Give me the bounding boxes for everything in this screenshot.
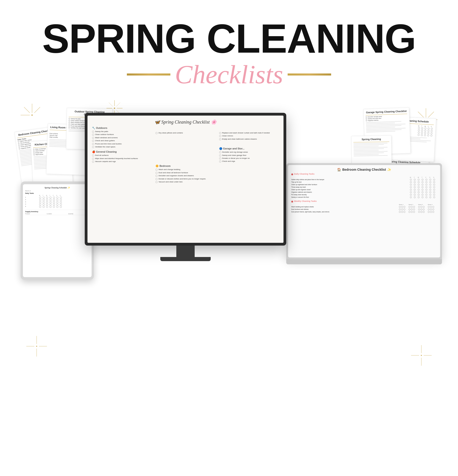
monitor-item-vacuum: Vacuum carpets and rugs: [92, 161, 152, 163]
laptop-weekly-label: Weekly Cleaning Tasks: [294, 200, 317, 202]
gold-bar-right: [288, 73, 331, 76]
laptop-item-laundry: Put away clean laundry: [291, 194, 410, 196]
svg-line-2: [24, 107, 30, 113]
title-section: SPRING CLEANING Checklists: [42, 18, 416, 88]
supply-col-product: Product: [25, 213, 46, 214]
laptop-base: [286, 259, 442, 264]
laptop-item-nightstand: Clean up nightstand and other furniture: [291, 184, 410, 185]
monitor-item-prune: Prune and trim trees and bushes: [92, 143, 152, 145]
laptop-device: 🏠 Bedroom Cleaning Checklist ✨ Daily Cle…: [286, 163, 442, 264]
svg-line-24: [109, 102, 113, 106]
laptop-item-tidy: Tidy up the bed: [291, 181, 410, 183]
tablet-daily-label: Daily Tasks: [25, 192, 89, 194]
monitor-item-wash-bedding: Wash and change bedding: [156, 169, 215, 171]
laptop-item-sweep-floor: Sweep or vacuum the floor: [291, 196, 410, 198]
laptop-item-trash: Throw away any trash: [291, 186, 410, 188]
monitor-item-empty-cabinets: Empty and clean bathroom cabine drawers: [219, 138, 279, 140]
subtitle-row: Checklists: [42, 61, 416, 88]
monitor-item-wash-windows: Wash windows and screens: [92, 137, 152, 139]
monitor-item-donate: Donate or discard clothes and items you …: [156, 178, 215, 180]
laptop-screen-title: 🏠 Bedroom Cleaning Checklist ✨: [291, 168, 437, 171]
devices-section: Bedroom Cleaning Checklist Daily Tasks G…: [11, 94, 447, 381]
svg-line-3: [34, 107, 40, 113]
monitor-item-vacuum-under: Vacuum and clean under bed.: [156, 181, 215, 183]
laptop-item-dust-shelves: Dust furniture and shelves: [291, 208, 398, 210]
tablet-title: Spring Cleaning Schedule ✨: [25, 187, 89, 189]
monitor-general-title: 🍎 General Cleaning: [92, 150, 152, 153]
tablet-device: Spring Cleaning Schedule ✨ Month of: Dai…: [21, 181, 94, 280]
monitor-item-sweep-patio: Sweep the patio: [92, 130, 152, 133]
tablet-supply-label: Supply Inventory: [25, 211, 89, 212]
monitor-bedroom-title: 🌼 Bedroom: [156, 165, 215, 168]
main-title: SPRING CLEANING: [42, 18, 416, 59]
sparkle-bottom-right: [410, 344, 433, 367]
monitor-item-crawl: Ventilate the crawl space.: [92, 146, 152, 148]
paper-doc-title-garage: Garage Spring Cleaning Checklist: [365, 110, 407, 114]
monitor-garage-title: 🔵 Garage and Stor...: [219, 147, 279, 150]
svg-point-28: [114, 108, 115, 109]
supply-col-location: Location: [47, 213, 68, 214]
svg-line-26: [116, 102, 120, 106]
monitor-outdoors-title: 🔧 Outdoors: [92, 127, 152, 129]
monitor-col-3: Replace and wash shower curtain and bath…: [219, 127, 279, 184]
monitor-item-replace-curtain: Replace and wash shower curtain and bath…: [219, 132, 279, 134]
monitor-columns: 🔧 Outdoors Sweep the patio Clean outdoor…: [92, 127, 279, 184]
monitor-item-dust: Dust all surfaces: [92, 154, 152, 157]
laptop-daily-label: Daily Cleaning Tasks: [294, 173, 314, 175]
laptop-item-dust-frames: Dust picture frames, light bulbs, lamp s…: [291, 211, 398, 212]
monitor-stand-base: [160, 257, 211, 261]
gold-bar-left: [127, 73, 170, 76]
monitor-item-check-garage: Check and orga: [219, 160, 279, 162]
monitor-item-declutter-garage: Declutter and org storage areas: [219, 151, 279, 153]
monitor-item-clean-mirrors: Clean mirrors: [219, 135, 279, 137]
monitor-screen: 🦋 Spring Cleaning Checklist 🌸 🔧 Outdoors…: [87, 116, 284, 243]
monitor-item-wipe: Wipe down and disinfect frequently touch…: [92, 157, 152, 160]
monitor-item-clean-furniture: Clean outdoor furniture: [92, 133, 152, 136]
svg-point-4: [31, 114, 33, 116]
page-wrapper: SPRING CLEANING Checklists: [0, 0, 458, 476]
monitor-screen-title: 🦋 Spring Cleaning Checklist 🌸: [92, 119, 279, 125]
tablet-screen: Spring Cleaning Schedule ✨ Month of: Dai…: [23, 184, 92, 277]
monitor-item-declutter: Declutter and organize closets and drawe…: [156, 175, 215, 177]
laptop-item-cabinets: Organize cabinets and drawers: [291, 191, 410, 193]
paper-doc-title-small: Spring Cleaning: [353, 137, 389, 141]
tablet-body: Spring Cleaning Schedule ✨ Month of: Dai…: [21, 181, 94, 280]
desktop-monitor: 🦋 Spring Cleaning Checklist 🌸 🔧 Outdoors…: [85, 113, 286, 261]
laptop-item-closet: Clean up and organize closet: [291, 189, 410, 190]
svg-point-19: [421, 355, 422, 356]
laptop-item-gather: Gather dirty clothes and place them in t…: [291, 179, 410, 180]
svg-line-8: [428, 112, 434, 117]
monitor-item-donate-garage: Donate or discar you no longer ne: [219, 157, 279, 160]
monitor-body: 🦋 Spring Cleaning Checklist 🌸 🔧 Outdoors…: [85, 113, 286, 246]
monitor-item-dry-clean: Dry-clean pillows and curtains: [156, 132, 215, 134]
sparkle-top-left: [18, 101, 46, 129]
monitor-item-bedroom-furniture: Dust and clean all bedroom furniture: [156, 172, 215, 174]
subtitle-checklists: Checklists: [170, 61, 288, 88]
laptop-screen-wrapper: 🏠 Bedroom Cleaning Checklist ✨ Daily Cle…: [286, 163, 442, 259]
sparkle-bottom-left: [25, 335, 48, 358]
monitor-col-1: 🔧 Outdoors Sweep the patio Clean outdoor…: [92, 127, 152, 184]
monitor-item-sweep-garage: Sweep and clean garage floor: [219, 154, 279, 157]
monitor-item-gutters: Check and clean gutters: [92, 140, 152, 142]
svg-line-7: [418, 112, 424, 117]
laptop-item-wash-sheets: Wash bedding and replace sheets: [291, 206, 398, 208]
svg-point-14: [36, 346, 37, 347]
laptop-screen: 🏠 Bedroom Cleaning Checklist ✨ Daily Cle…: [288, 165, 440, 257]
monitor-col-2: Dry-clean pillows and curtains 🌼 Bedroom…: [156, 127, 215, 184]
monitor-stand-neck: [176, 246, 195, 257]
tablet-month-label: Month of:: [25, 190, 89, 192]
